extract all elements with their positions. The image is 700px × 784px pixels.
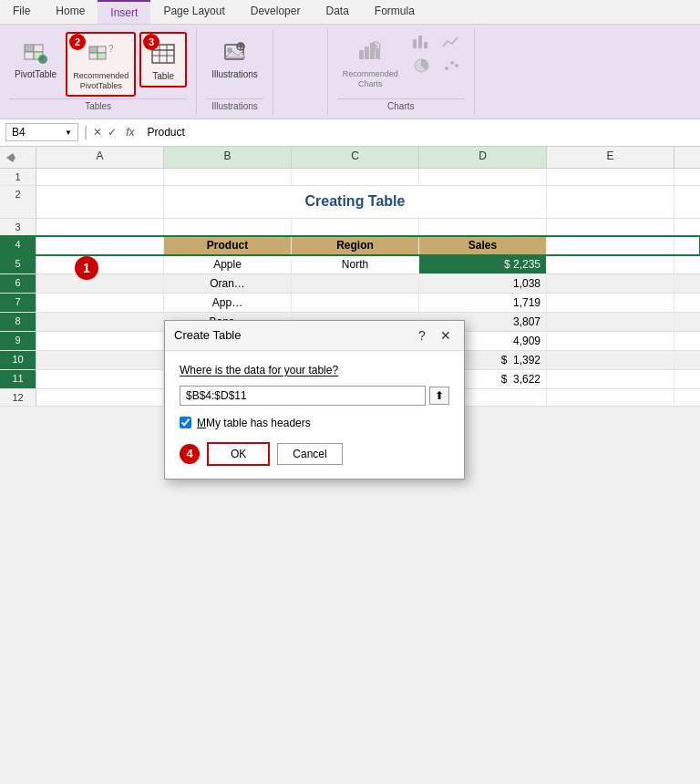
- tab-developer[interactable]: Developer: [238, 0, 314, 24]
- illustrations-icon: [218, 36, 251, 68]
- dialog-action-buttons: 4 OK Cancel: [180, 442, 449, 466]
- recommended-charts-icon: [354, 36, 386, 68]
- recommended-charts-button[interactable]: RecommendedCharts: [337, 32, 404, 93]
- dialog-help-button[interactable]: ?: [413, 326, 431, 345]
- svg-rect-0: [25, 45, 34, 52]
- dialog-overlay: Create Table ? ✕ Where is the data for y…: [0, 147, 700, 407]
- illustrations-label: Illustrations: [211, 69, 258, 80]
- scatter-chart-button[interactable]: [438, 56, 465, 76]
- ribbon-group-illustrations: Illustrations Illustrations: [197, 28, 273, 115]
- line-chart-button[interactable]: [438, 32, 465, 52]
- tab-file[interactable]: File: [0, 0, 43, 24]
- svg-rect-24: [418, 36, 422, 48]
- svg-rect-1: [34, 45, 43, 52]
- svg-rect-19: [365, 46, 369, 59]
- pie-chart-button[interactable]: [407, 56, 435, 76]
- pivot-table-label: PivotTable: [15, 69, 57, 80]
- ribbon-illustrations-items: Illustrations: [206, 32, 263, 97]
- dialog-controls: ? ✕: [413, 326, 455, 345]
- svg-point-28: [450, 61, 454, 65]
- svg-rect-5: [89, 46, 98, 53]
- recommended-pivottables-icon: ?: [85, 37, 118, 70]
- ribbon-tables-items: PivotTable 2 ? RecommendedPivo: [9, 32, 187, 97]
- tab-formula[interactable]: Formula: [362, 0, 427, 24]
- chart-icons-row2: [407, 56, 465, 76]
- ribbon-spacer: [273, 28, 328, 115]
- svg-rect-18: [359, 50, 364, 59]
- recommended-pivottables-button[interactable]: 2 ? RecommendedPivotTables: [66, 32, 136, 97]
- name-box-value: B4: [12, 126, 26, 139]
- table-label: Table: [152, 71, 174, 82]
- tab-home[interactable]: Home: [43, 0, 98, 24]
- name-box[interactable]: B4 ▼: [5, 123, 78, 141]
- recommended-charts-label: RecommendedCharts: [343, 69, 398, 89]
- spreadsheet: A B C D E 1 2 Creating Table 3 4 Product…: [0, 147, 700, 407]
- tab-insert[interactable]: Insert: [98, 0, 150, 24]
- ribbon-content: PivotTable 2 ? RecommendedPivo: [0, 25, 700, 119]
- pie-chart-icon: [411, 57, 431, 74]
- tab-data[interactable]: Data: [313, 0, 361, 24]
- svg-rect-7: [89, 53, 98, 59]
- dialog-close-button[interactable]: ✕: [437, 326, 455, 345]
- svg-point-27: [445, 67, 448, 70]
- scatter-chart-icon: [441, 57, 461, 74]
- badge-2: 2: [69, 34, 86, 50]
- dialog-cancel-button[interactable]: Cancel: [277, 443, 342, 465]
- table-button[interactable]: 3 Table: [139, 32, 187, 88]
- ribbon-group-charts: RecommendedCharts: [328, 28, 475, 115]
- dialog-ok-button[interactable]: OK: [207, 442, 270, 466]
- svg-rect-25: [424, 42, 427, 48]
- cancel-formula-icon[interactable]: ✕: [93, 126, 102, 139]
- svg-rect-6: [98, 46, 106, 53]
- ribbon: File Home Insert Page Layout Developer D…: [0, 0, 700, 119]
- tables-group-label: Tables: [9, 98, 187, 111]
- formula-bar: B4 ▼ | ✕ ✓ fx: [0, 119, 700, 147]
- dialog-headers-label: MMy table has headers: [197, 417, 311, 429]
- dialog-headers-row: MMy table has headers: [180, 417, 449, 429]
- pivot-table-button[interactable]: PivotTable: [9, 32, 62, 84]
- svg-text:?: ?: [108, 44, 114, 54]
- dialog-body: Where is the data for your table? ⬆ MMy …: [165, 351, 464, 479]
- illustrations-group-label: Illustrations: [206, 98, 263, 111]
- create-table-dialog: Create Table ? ✕ Where is the data for y…: [164, 320, 465, 480]
- dialog-question: Where is the data for your table?: [180, 364, 449, 377]
- svg-point-29: [455, 64, 458, 67]
- confirm-formula-icon[interactable]: ✓: [108, 126, 117, 139]
- formula-input[interactable]: [144, 124, 695, 140]
- ribbon-charts-items: RecommendedCharts: [337, 32, 465, 97]
- bar-chart-icon: [411, 34, 431, 50]
- name-box-arrow-icon: ▼: [65, 129, 72, 137]
- fx-label: fx: [120, 126, 139, 139]
- ribbon-group-tables: PivotTable 2 ? RecommendedPivo: [0, 28, 197, 115]
- illustrations-button[interactable]: Illustrations: [206, 32, 263, 84]
- svg-point-4: [38, 55, 47, 64]
- svg-rect-23: [413, 39, 417, 48]
- ribbon-tab-bar: File Home Insert Page Layout Developer D…: [0, 0, 700, 25]
- dialog-titlebar: Create Table ? ✕: [165, 321, 464, 351]
- svg-rect-8: [98, 53, 106, 59]
- pivot-table-icon: [19, 36, 52, 68]
- chart-icons-row1: [407, 32, 465, 52]
- dialog-range-input[interactable]: [180, 386, 426, 406]
- formula-divider: |: [84, 124, 88, 140]
- formula-controls: ✕ ✓: [93, 126, 117, 139]
- dialog-range-row: ⬆: [180, 386, 449, 406]
- charts-group-label: Charts: [337, 98, 465, 111]
- line-chart-icon: [441, 34, 461, 50]
- svg-rect-2: [25, 52, 34, 59]
- dialog-range-picker-button[interactable]: ⬆: [429, 387, 449, 405]
- recommended-pivottables-label: RecommendedPivotTables: [73, 71, 129, 91]
- tab-page-layout[interactable]: Page Layout: [150, 0, 237, 24]
- dialog-title: Create Table: [174, 328, 241, 342]
- dialog-headers-checkbox[interactable]: [180, 417, 191, 428]
- chart-icons-group: [407, 32, 465, 76]
- bar-chart-button[interactable]: [407, 32, 435, 52]
- badge-4: 4: [180, 444, 200, 464]
